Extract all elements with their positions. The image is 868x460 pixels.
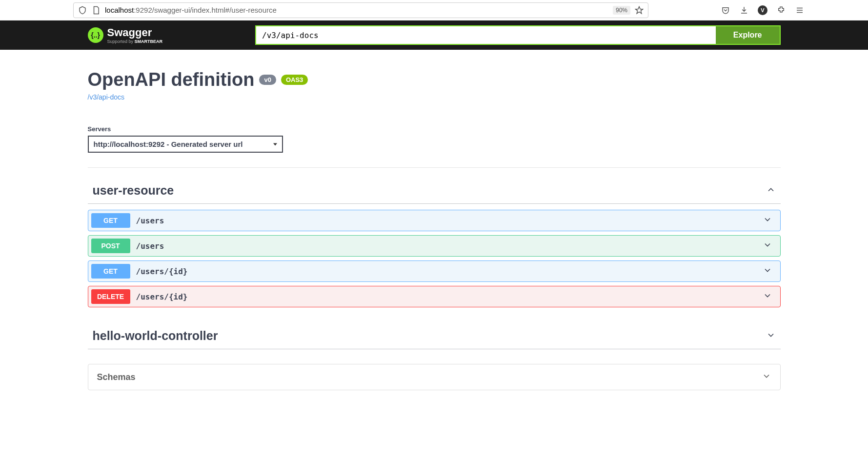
servers-section: Servers http://localhost:9292 - Generate… — [88, 111, 781, 168]
menu-icon[interactable] — [795, 5, 805, 15]
chevron-down-icon — [763, 240, 772, 252]
api-title: OpenAPI definition v0 OAS3 — [88, 69, 781, 90]
spec-link[interactable]: /v3/api-docs — [88, 93, 781, 101]
method-badge: DELETE — [91, 289, 130, 304]
pocket-icon[interactable] — [721, 5, 730, 15]
operation-delete-user-by-id[interactable]: DELETE /users/{id} — [88, 286, 781, 307]
tag-section-hello-world-controller: hello-world-controller — [88, 323, 781, 349]
operation-path: /users/{id} — [136, 267, 763, 276]
chevron-down-icon — [766, 330, 776, 342]
page-icon — [91, 5, 101, 15]
tag-header[interactable]: user-resource — [88, 178, 781, 204]
method-badge: GET — [91, 264, 130, 279]
spec-url-input[interactable] — [255, 25, 716, 45]
tag-name: user-resource — [93, 183, 174, 198]
schemas-header[interactable]: Schemas — [88, 364, 781, 390]
account-avatar-icon[interactable]: V — [758, 5, 767, 15]
schemas-section: Schemas — [88, 364, 781, 390]
browser-toolbar-icons: V — [721, 5, 805, 15]
explore-form: Explore — [255, 25, 780, 45]
oas-badge: OAS3 — [281, 75, 308, 85]
schemas-title: Schemas — [97, 372, 136, 382]
browser-address-bar: localhost:9292/swagger-ui/index.html#/us… — [0, 0, 868, 20]
swagger-logo-subtitle: Supported by SMARTBEAR — [107, 39, 163, 44]
swagger-topbar: {..} Swagger Supported by SMARTBEAR Expl… — [0, 20, 868, 50]
url-bar[interactable]: localhost:9292/swagger-ui/index.html#/us… — [73, 2, 648, 18]
tag-header[interactable]: hello-world-controller — [88, 323, 781, 349]
operation-path: /users — [136, 216, 763, 225]
chevron-down-icon — [763, 265, 772, 277]
swagger-logo: {..} Swagger Supported by SMARTBEAR — [88, 26, 163, 44]
zoom-badge[interactable]: 90% — [613, 6, 630, 15]
method-badge: GET — [91, 213, 130, 228]
bookmark-star-icon[interactable] — [634, 5, 644, 15]
operation-path: /users/{id} — [136, 292, 763, 301]
url-path: :9292/swagger-ui/index.html#/user-resour… — [134, 6, 277, 14]
method-badge: POST — [91, 239, 130, 253]
operation-post-users[interactable]: POST /users — [88, 235, 781, 257]
operation-path: /users — [136, 241, 763, 251]
operation-get-users[interactable]: GET /users — [88, 210, 781, 231]
shield-icon — [78, 5, 87, 15]
url-text: localhost:9292/swagger-ui/index.html#/us… — [105, 6, 609, 14]
download-icon[interactable] — [739, 5, 749, 15]
chevron-up-icon — [766, 185, 776, 197]
swagger-logo-text: Swagger — [107, 26, 152, 39]
api-title-text: OpenAPI definition — [88, 69, 255, 90]
server-select[interactable]: http://localhost:9292 - Generated server… — [88, 136, 283, 153]
extensions-icon[interactable] — [776, 5, 786, 15]
chevron-down-icon — [763, 215, 772, 226]
operation-get-user-by-id[interactable]: GET /users/{id} — [88, 260, 781, 282]
version-badge: v0 — [259, 75, 276, 85]
api-info: OpenAPI definition v0 OAS3 /v3/api-docs — [88, 50, 781, 111]
tag-name: hello-world-controller — [93, 329, 218, 343]
servers-label: Servers — [88, 125, 781, 133]
explore-button[interactable]: Explore — [716, 25, 781, 45]
chevron-down-icon — [762, 371, 771, 383]
url-domain: localhost — [105, 6, 134, 14]
tag-section-user-resource: user-resource GET /users POST /users GET… — [88, 178, 781, 313]
swagger-logo-icon: {..} — [88, 27, 103, 43]
chevron-down-icon — [763, 291, 772, 302]
